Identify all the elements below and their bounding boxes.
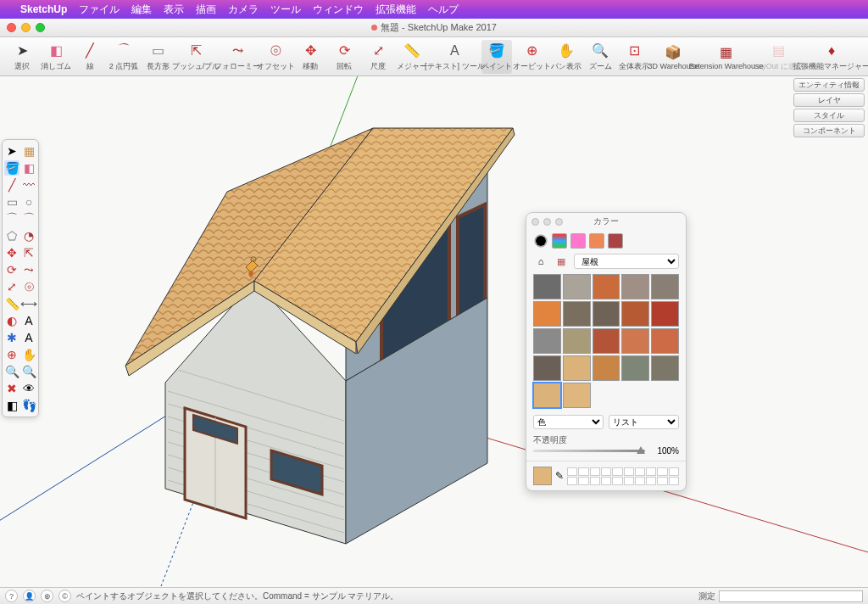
- material-swatch[interactable]: [651, 274, 679, 299]
- view-mode-select[interactable]: リスト: [609, 415, 679, 429]
- move-tool-icon[interactable]: ✥: [4, 245, 19, 260]
- position-camera-icon[interactable]: ✖: [4, 381, 19, 396]
- toolbar-scale[interactable]: ⤢尺度: [363, 40, 393, 74]
- tray-layers[interactable]: レイヤ: [793, 93, 865, 107]
- freehand-tool-icon[interactable]: 〰: [21, 177, 36, 193]
- circle-tool-icon[interactable]: ○: [21, 194, 36, 210]
- axes-tool-icon[interactable]: ✱: [4, 330, 19, 345]
- toolbar-pan[interactable]: ✋パン表示: [551, 40, 581, 74]
- toolbar-rotate[interactable]: ⟳回転: [329, 40, 359, 74]
- menu-help[interactable]: ヘルプ: [428, 3, 459, 17]
- palette-slot[interactable]: [669, 477, 679, 485]
- user-icon[interactable]: 👤: [23, 590, 36, 602]
- material-swatch[interactable]: [533, 274, 561, 299]
- paint-tool-icon[interactable]: 🪣: [4, 160, 19, 176]
- walk-tool-icon[interactable]: 👣: [21, 398, 36, 413]
- pencils-tab-icon[interactable]: [589, 233, 604, 249]
- material-swatch[interactable]: [621, 274, 649, 299]
- palette-slot[interactable]: [567, 477, 577, 485]
- material-swatch[interactable]: [621, 355, 649, 381]
- palette-slot[interactable]: [612, 467, 622, 476]
- dimension-tool-icon[interactable]: ⟷: [21, 296, 36, 311]
- menu-tools[interactable]: ツール: [270, 3, 301, 17]
- toolbar-text[interactable]: A[テキスト] ツール: [431, 40, 478, 74]
- palette-slot[interactable]: [590, 477, 600, 485]
- look-around-icon[interactable]: 👁: [21, 381, 36, 396]
- opacity-slider[interactable]: [533, 450, 645, 452]
- material-swatch[interactable]: [563, 328, 591, 354]
- material-swatch[interactable]: [593, 301, 620, 327]
- color-sliders-tab-icon[interactable]: [552, 233, 567, 249]
- palette-slot[interactable]: [646, 467, 656, 476]
- material-swatch[interactable]: [621, 301, 649, 327]
- zoom-window-tool-icon[interactable]: 🔍: [21, 364, 36, 379]
- menu-window[interactable]: ウィンドウ: [313, 3, 364, 17]
- line-tool-icon[interactable]: ╱: [4, 177, 19, 193]
- tape-tool-icon[interactable]: 📏: [4, 296, 19, 311]
- scale-tool-icon[interactable]: ⤢: [4, 279, 19, 294]
- rotate-tool-icon[interactable]: ⟳: [4, 262, 19, 277]
- material-swatch[interactable]: [563, 274, 591, 299]
- material-swatch[interactable]: [563, 301, 591, 327]
- palette-slot[interactable]: [590, 467, 600, 476]
- material-category-select[interactable]: 屋根: [574, 254, 679, 269]
- 3dtext-tool-icon[interactable]: A: [21, 330, 36, 345]
- geo-icon[interactable]: ⊕: [41, 590, 53, 602]
- menu-extensions[interactable]: 拡張機能: [376, 3, 416, 17]
- material-swatch[interactable]: [651, 355, 679, 381]
- help-icon[interactable]: ?: [5, 590, 18, 602]
- toolbar-3dw[interactable]: 📦3D Warehouse: [653, 41, 693, 72]
- toolbar-rect[interactable]: ▭長方形: [142, 40, 173, 74]
- palette-slot[interactable]: [601, 477, 611, 485]
- toolbar-paint[interactable]: 🪣ペイント: [481, 40, 512, 74]
- toolbar-eraser[interactable]: ◧消しゴム: [41, 40, 71, 74]
- pan-tool-icon[interactable]: ✋: [21, 347, 36, 362]
- menu-file[interactable]: ファイル: [79, 3, 120, 17]
- toolbar-offset[interactable]: ⦾オフセット: [259, 40, 292, 74]
- zoom-tool-icon[interactable]: 🔍: [4, 364, 19, 379]
- image-palettes-tab-icon[interactable]: [570, 233, 586, 249]
- toolbar-tape[interactable]: 📏メジャー: [397, 40, 427, 74]
- rectangle-tool-icon[interactable]: ▭: [4, 194, 19, 210]
- material-swatch[interactable]: [533, 383, 561, 408]
- palette-slot[interactable]: [612, 477, 622, 485]
- tray-styles[interactable]: スタイル: [793, 109, 865, 122]
- protractor-tool-icon[interactable]: ◐: [4, 313, 19, 328]
- material-swatch[interactable]: [593, 328, 620, 354]
- menu-draw[interactable]: 描画: [196, 3, 216, 17]
- toolbar-pushpull[interactable]: ⇱プッシュ/プル: [176, 40, 215, 74]
- colors-panel-titlebar[interactable]: カラー: [526, 213, 686, 230]
- tray-entity-info[interactable]: エンティティ情報: [793, 78, 865, 92]
- palette-slot[interactable]: [624, 477, 634, 485]
- current-material-swatch[interactable]: [533, 467, 552, 485]
- credits-icon[interactable]: ©: [58, 590, 71, 602]
- menu-view[interactable]: 表示: [164, 3, 184, 17]
- brick-icon[interactable]: ▦: [554, 254, 569, 269]
- eraser-tool-icon[interactable]: ◧: [21, 160, 36, 176]
- material-swatch[interactable]: [533, 355, 561, 381]
- toolbar-ew[interactable]: ▦Extension Warehouse: [698, 41, 755, 72]
- material-swatch[interactable]: [651, 328, 679, 354]
- material-swatch[interactable]: [593, 355, 620, 381]
- palette-slot[interactable]: [578, 477, 588, 485]
- palette-slot[interactable]: [657, 477, 667, 485]
- palette-slot[interactable]: [635, 477, 645, 485]
- select-tool-icon[interactable]: ➤: [4, 143, 19, 159]
- tray-components[interactable]: コンポーネント: [793, 124, 865, 137]
- palette-slot[interactable]: [657, 467, 667, 476]
- texture-tab-icon[interactable]: [608, 233, 623, 249]
- color-wheel-tab-icon[interactable]: [533, 233, 548, 249]
- orbit-tool-icon[interactable]: ⊕: [4, 347, 19, 362]
- minimize-window-button[interactable]: [21, 23, 31, 32]
- palette-slot[interactable]: [601, 467, 611, 476]
- toolbar-move[interactable]: ✥移動: [295, 40, 326, 74]
- pushpull-tool-icon[interactable]: ⇱: [21, 245, 36, 260]
- followme-tool-icon[interactable]: ⤳: [21, 262, 36, 277]
- make-component-icon[interactable]: ▦: [21, 143, 36, 159]
- material-swatch[interactable]: [563, 355, 591, 381]
- fullscreen-window-button[interactable]: [36, 23, 45, 32]
- menu-camera[interactable]: カメラ: [228, 3, 259, 17]
- palette-slot[interactable]: [567, 467, 577, 476]
- material-swatch[interactable]: [621, 328, 649, 354]
- measurements-input[interactable]: [719, 590, 863, 602]
